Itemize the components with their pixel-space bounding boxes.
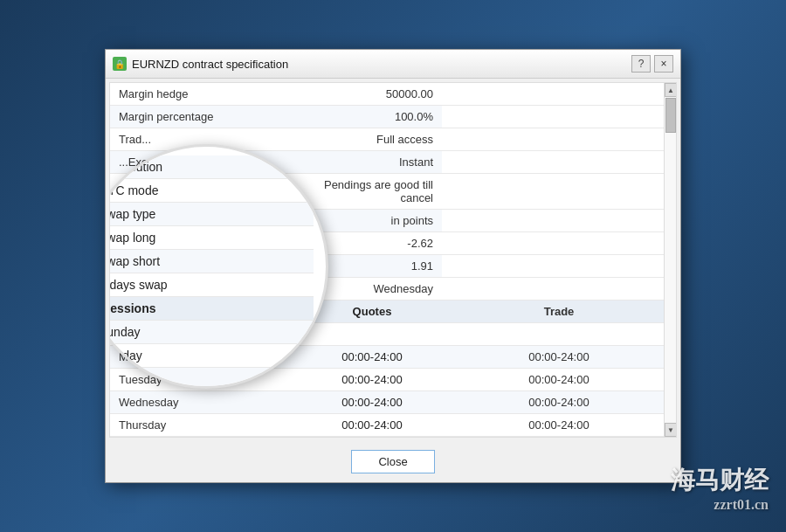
row-value: 50000.00 xyxy=(302,83,442,106)
row-label: Margin hedge xyxy=(110,83,302,106)
row-value: Pendings are good till cancel xyxy=(302,174,442,210)
magnify-row: Swap type xyxy=(110,203,314,226)
trade-header: Trade xyxy=(442,301,676,323)
magnify-row: Swap long xyxy=(110,226,314,250)
dialog-icon: 🔒 xyxy=(113,57,127,71)
row-value: in points xyxy=(302,210,442,232)
row-value: Full access xyxy=(302,128,442,151)
magnify-row: Sessions xyxy=(110,297,314,321)
trade-value xyxy=(442,323,676,346)
magnify-row: GTC mode xyxy=(110,179,314,203)
scroll-thumb[interactable] xyxy=(665,98,676,133)
table-row: Margin percentage 100.0% xyxy=(110,106,676,128)
session-row: Thursday 00:00-24:00 00:00-24:00 xyxy=(110,414,676,437)
close-button[interactable]: Close xyxy=(351,450,434,473)
row-value: 100.0% xyxy=(302,106,442,128)
row-label: Margin percentage xyxy=(110,106,302,128)
watermark: 海马财经 zzrt01.cn xyxy=(671,465,769,515)
trade-value: 00:00-24:00 xyxy=(442,369,676,391)
table-wrapper: Margin hedge 50000.00 Margin percentage … xyxy=(110,83,676,437)
title-bar: 🔒 EURNZD contract specification ? × xyxy=(106,50,680,79)
table-row: Margin hedge 50000.00 xyxy=(110,83,676,106)
window-close-button[interactable]: × xyxy=(654,55,673,73)
dialog-title: EURNZD contract specification xyxy=(132,58,288,71)
quotes-header: Quotes xyxy=(302,301,442,323)
watermark-line2: zzrt01.cn xyxy=(671,496,769,515)
day-label: Wednesday xyxy=(110,391,302,414)
scroll-track[interactable] xyxy=(665,97,676,423)
title-bar-controls: ? × xyxy=(631,55,673,73)
magnify-row: Swap short xyxy=(110,250,314,273)
help-button[interactable]: ? xyxy=(631,55,651,73)
quotes-value: 00:00-24:00 xyxy=(302,414,442,437)
scroll-down-arrow[interactable]: ▼ xyxy=(665,423,676,437)
quotes-value: 00:00-24:00 xyxy=(302,346,442,369)
quotes-value xyxy=(302,323,442,346)
row-value: Instant xyxy=(302,151,442,174)
trade-value: 00:00-24:00 xyxy=(442,346,676,369)
trade-value: 00:00-24:00 xyxy=(442,414,676,437)
contract-spec-dialog: 🔒 EURNZD contract specification ? × Marg… xyxy=(105,49,681,483)
session-row: Wednesday 00:00-24:00 00:00-24:00 xyxy=(110,391,676,414)
scroll-up-arrow[interactable]: ▲ xyxy=(665,83,676,97)
quotes-value: 00:00-24:00 xyxy=(302,369,442,391)
quotes-value: 00:00-24:00 xyxy=(302,391,442,414)
trade-value: 00:00-24:00 xyxy=(442,391,676,414)
day-label: Thursday xyxy=(110,414,302,437)
scrollbar[interactable]: ▲ ▼ xyxy=(664,83,676,437)
title-bar-left: 🔒 EURNZD contract specification xyxy=(113,57,288,71)
dialog-content: Margin hedge 50000.00 Margin percentage … xyxy=(109,82,677,438)
magnify-row: Sunday xyxy=(110,321,314,344)
dialog-footer: Close xyxy=(106,441,680,482)
watermark-line1: 海马财经 xyxy=(671,465,769,496)
magnify-row: 3-days swap xyxy=(110,273,314,297)
